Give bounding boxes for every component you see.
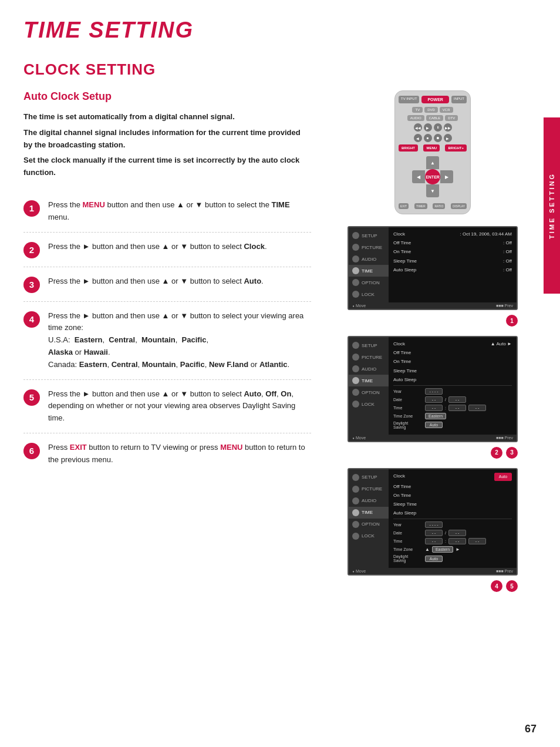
sidebar2-option-icon [352, 389, 359, 396]
screen-2-content: Clock ▲ Auto ► Off Time On Time Sleep Ti… [389, 337, 517, 435]
side-bar: TIME SETTING [544, 117, 560, 294]
step-1: 1 Press the MENU button and then use ▲ o… [23, 191, 311, 233]
remote-playback-row: ◀◀ ▶ ⏸ ▶▶ [399, 123, 467, 132]
step-2: 2 Press the ► button and then use ▲ or ▼… [23, 233, 311, 267]
indicator-2: 2 [491, 447, 502, 459]
dpad-up: ▲ [426, 156, 439, 169]
screen-2-footer: ⬧ Move ■■■ Prev [349, 435, 517, 441]
sidebar2-picture-icon [352, 354, 359, 361]
audio-btn: AUDIO [407, 115, 424, 121]
step-4-number: 4 [23, 311, 40, 328]
screen-1-sidebar: SETUP PICTURE AUDIO [349, 227, 389, 302]
step-3-text: Press the ► button and then use ▲ or ▼ b… [48, 275, 264, 288]
intro-line-1: The time is set automatically from a dig… [23, 111, 311, 123]
screen-panel-3: SETUP PICTURE AUDIO [348, 468, 518, 576]
sidebar-lock-icon [352, 291, 359, 298]
screen-2-clock-row: Clock ▲ Auto ► [393, 341, 512, 347]
indicator-3: 3 [506, 447, 518, 459]
ratio-btn: RATIO [433, 203, 445, 209]
sidebar-option: OPTION [349, 277, 389, 288]
clock-keyword: Clock [244, 242, 264, 251]
sidebar2-lock: LOCK [349, 398, 389, 410]
display-btn: DISPLAY [451, 203, 467, 209]
sidebar-time-icon [352, 267, 359, 274]
indicator-1: 1 [506, 315, 518, 327]
step-5-text: Press the ► button and then use ▲ or ▼ b… [48, 388, 311, 425]
screen-3-sidebar: SETUP PICTURE AUDIO [349, 469, 389, 568]
screen-1-indicators: 1 [348, 315, 518, 327]
left-column: Auto Clock Setup The time is set automat… [23, 90, 311, 595]
tv-btn: TV [412, 107, 423, 113]
step-3-number: 3 [23, 277, 40, 293]
content-layout: Auto Clock Setup The time is set automat… [23, 90, 537, 595]
power-btn: POWER [421, 96, 448, 103]
screen-3-sleeptime: Sleep Time [393, 501, 512, 507]
remote-cable-row: AUDIO CABLE DTV [399, 115, 467, 121]
sidebar3-option-icon [352, 521, 359, 528]
tv-input-btn: TV INPUT [399, 96, 419, 103]
screen-3-daylight: DaylightSaving Auto [393, 554, 512, 563]
page: TIME SETTING CLOCK SETTING Auto Clock Se… [0, 0, 560, 747]
sidebar2-picture: PICTURE [349, 351, 389, 363]
rec-btn: ⏺ [434, 134, 442, 142]
remote-menu-row: BRIGHT MENU BRIGHT+ [399, 144, 467, 152]
screen-1-content: Clock : Oct 19, 2006, 03:44 AM Off Time … [389, 227, 517, 302]
screen-3-timezone: Time Zone ▲ Eastern ► [393, 546, 512, 553]
intro-line-3: Set the clock manually if the current ti… [23, 154, 311, 179]
indicator-5: 5 [506, 580, 518, 592]
main-title: TIME SETTING [23, 18, 537, 43]
remote-skip-row: ◀ ■ ⏺ ▶ [399, 134, 467, 142]
page-number: 67 [525, 723, 537, 735]
screen-1-ontime-row: On Time : Off [393, 248, 512, 255]
sidebar3-picture: PICTURE [349, 483, 389, 495]
sidebar3-audio-icon [352, 497, 359, 504]
sidebar3-setup-icon [352, 474, 359, 481]
sidebar-picture-icon [352, 244, 359, 251]
dvd-btn: DVD [424, 107, 438, 113]
sidebar-setup: SETUP [349, 230, 389, 241]
screen-3-footer: ⬧ Move ■■■ Prev [349, 568, 517, 574]
screen-1-sleeptime-row: Sleep Time : Off [393, 258, 512, 264]
time-keyword: TIME [272, 200, 290, 209]
remote-control: TV INPUT POWER INPUT TV DVD VCR AUDIO CA… [394, 90, 471, 214]
step-6-text: Press EXIT button to return to TV viewin… [48, 442, 311, 466]
step-5: 5 Press the ► button and then use ▲ or ▼… [23, 380, 311, 433]
sidebar3-option: OPTION [349, 519, 389, 530]
stop-btn: ■ [424, 134, 432, 142]
screen-2-time: Time - - : - - - - [393, 405, 512, 411]
screen-panel-1: SETUP PICTURE AUDIO [348, 226, 518, 310]
screen-3-indicators: 4 5 [348, 580, 518, 592]
indicator-4: 4 [491, 580, 502, 592]
section-title: CLOCK SETTING [23, 60, 537, 79]
screen-2-sleeptime: Sleep Time [393, 368, 512, 374]
sidebar2-audio: AUDIO [349, 363, 389, 375]
screen-3-clock-row: Clock Auto [393, 473, 512, 481]
remote-bottom-row: EXIT TIMER RATIO DISPLAY [399, 203, 467, 209]
screen-3-date: Date - - / - - [393, 530, 512, 536]
right-column: TV INPUT POWER INPUT TV DVD VCR AUDIO CA… [329, 90, 537, 595]
screen-2-inner: SETUP PICTURE AUDIO [349, 337, 517, 435]
dtv-btn: DTV [445, 115, 458, 121]
screen-1-inner: SETUP PICTURE AUDIO [349, 227, 517, 302]
screen-group-3: SETUP PICTURE AUDIO [348, 468, 518, 596]
remote-illustration: TV INPUT POWER INPUT TV DVD VCR AUDIO CA… [394, 90, 471, 214]
sidebar2-time: TIME [349, 375, 389, 386]
screen-3-year: Year - - - - [393, 521, 512, 528]
skip-back-btn: ◀ [414, 134, 422, 142]
screen-2-year: Year - - - - [393, 388, 512, 395]
input-btn: INPUT [451, 96, 467, 103]
sidebar-time: TIME [349, 265, 389, 277]
pause-btn: ⏸ [434, 123, 442, 132]
dpad-down: ▼ [426, 184, 439, 197]
ff-btn: ▶▶ [444, 123, 452, 132]
step-6: 6 Press EXIT button to return to TV view… [23, 433, 311, 475]
sidebar3-time-icon [352, 509, 359, 516]
screen-2-timezone: Time Zone Eastern [393, 413, 512, 419]
menu-remote-btn: MENU [423, 144, 440, 152]
step-2-number: 2 [23, 242, 40, 258]
sidebar-lock: LOCK [349, 288, 389, 300]
screen-2-ontime: On Time [393, 358, 512, 365]
auto-keyword-3: Auto [244, 277, 261, 285]
exit-keyword: EXIT [70, 443, 87, 452]
step-4: 4 Press the ► button and then use ▲ or ▼… [23, 302, 311, 380]
